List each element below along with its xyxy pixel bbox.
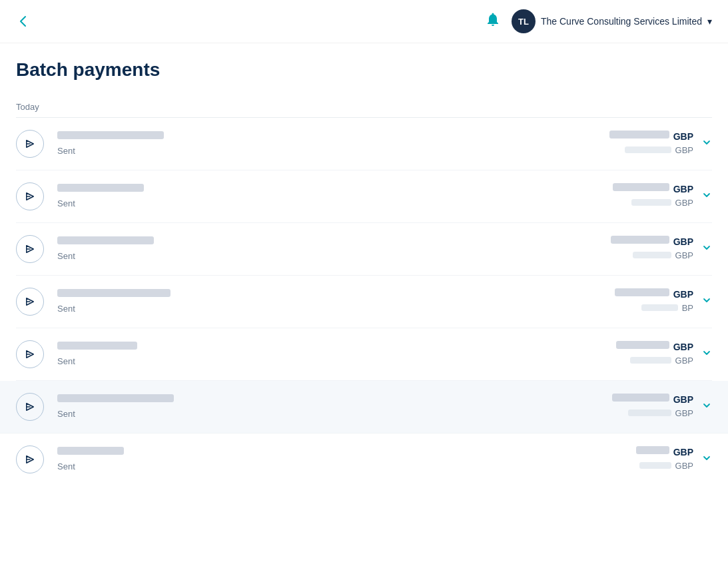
avatar: TL bbox=[512, 9, 536, 33]
payment-name-redacted bbox=[57, 131, 164, 139]
payment-info: Sent bbox=[57, 131, 609, 156]
list-item[interactable]: Sent GBP GBP bbox=[16, 223, 712, 276]
payment-info: Sent bbox=[57, 394, 612, 420]
payment-info: Sent bbox=[57, 236, 611, 262]
send-icon-wrapper bbox=[16, 130, 44, 158]
payment-name-redacted bbox=[57, 289, 171, 297]
currency-secondary: GBP bbox=[675, 198, 693, 208]
payment-status: Sent bbox=[57, 146, 75, 156]
payment-name-redacted bbox=[57, 236, 154, 244]
chevron-down-icon[interactable] bbox=[701, 453, 712, 466]
payment-status: Sent bbox=[57, 356, 75, 366]
section-today-label: Today bbox=[16, 102, 712, 112]
list-item[interactable]: Sent GBP GBP bbox=[16, 118, 712, 170]
amount-primary-row: GBP bbox=[611, 236, 693, 248]
back-button[interactable] bbox=[16, 14, 31, 29]
payment-name-redacted bbox=[57, 447, 124, 455]
amount-secondary-redacted bbox=[639, 462, 671, 469]
payment-status: Sent bbox=[57, 198, 75, 208]
payment-amounts: GBP GBP bbox=[616, 341, 693, 368]
payment-amount-wrapper: GBP GBP bbox=[616, 341, 712, 368]
payment-status: Sent bbox=[57, 409, 75, 419]
currency-primary: GBP bbox=[673, 131, 693, 142]
currency-secondary: GBP bbox=[675, 408, 693, 418]
payment-amount-wrapper: GBP GBP bbox=[613, 183, 712, 210]
send-icon bbox=[24, 243, 36, 255]
send-icon-wrapper bbox=[16, 340, 44, 368]
amount-primary-row: GBP bbox=[613, 183, 693, 195]
send-icon bbox=[24, 453, 36, 465]
amount-secondary-row: GBP bbox=[613, 198, 693, 208]
payment-info: Sent bbox=[57, 447, 636, 472]
currency-primary: GBP bbox=[673, 447, 693, 457]
payment-name-redacted bbox=[57, 342, 137, 350]
payment-amounts: GBP GBP bbox=[612, 394, 693, 421]
currency-primary: GBP bbox=[673, 184, 693, 194]
amount-secondary-redacted bbox=[633, 252, 671, 258]
chevron-down-icon[interactable]: ▾ bbox=[707, 16, 712, 27]
payment-info: Sent bbox=[57, 184, 613, 209]
payment-amount-wrapper: GBP GBP bbox=[636, 446, 712, 473]
header-left bbox=[16, 14, 31, 29]
currency-secondary: BP bbox=[682, 303, 693, 313]
amount-secondary-row: GBP bbox=[611, 250, 693, 260]
currency-secondary: GBP bbox=[675, 356, 693, 366]
amount-primary-redacted bbox=[615, 288, 669, 296]
send-icon-wrapper bbox=[16, 235, 44, 263]
amount-primary-redacted bbox=[616, 341, 669, 349]
currency-primary: GBP bbox=[673, 394, 693, 405]
send-icon bbox=[24, 190, 36, 202]
chevron-down-icon[interactable] bbox=[701, 400, 712, 414]
chevron-down-icon[interactable] bbox=[701, 295, 712, 308]
amount-secondary-redacted bbox=[641, 304, 678, 311]
payment-amounts: GBP GBP bbox=[611, 236, 693, 263]
list-item[interactable]: Sent GBP GBP bbox=[16, 170, 712, 223]
chevron-down-icon[interactable] bbox=[701, 190, 712, 203]
payment-amounts: GBP GBP bbox=[613, 183, 693, 210]
amount-primary-redacted bbox=[613, 183, 669, 191]
payment-name-redacted bbox=[57, 394, 174, 402]
amount-secondary-redacted bbox=[631, 199, 671, 206]
payment-amount-wrapper: GBP BP bbox=[615, 288, 712, 316]
send-icon bbox=[24, 401, 36, 413]
amount-primary-row: GBP bbox=[616, 341, 693, 353]
amount-secondary-row: BP bbox=[615, 303, 693, 313]
header: TL The Curve Consulting Services Limited… bbox=[0, 0, 728, 43]
list-item[interactable]: Sent GBP GBP bbox=[16, 328, 712, 381]
chevron-down-icon[interactable] bbox=[701, 348, 712, 361]
currency-primary: GBP bbox=[673, 342, 693, 352]
send-icon-wrapper bbox=[16, 182, 44, 210]
send-icon bbox=[24, 348, 36, 360]
amount-primary-redacted bbox=[612, 394, 669, 402]
chevron-down-icon[interactable] bbox=[701, 242, 712, 256]
payment-name-redacted bbox=[57, 184, 144, 192]
amount-primary-redacted bbox=[611, 236, 669, 244]
payment-amount-wrapper: GBP GBP bbox=[611, 236, 712, 263]
list-item[interactable]: Sent GBP GBP bbox=[16, 433, 712, 485]
amount-secondary-redacted bbox=[628, 410, 671, 416]
amount-secondary-row: GBP bbox=[616, 356, 693, 366]
list-item[interactable]: Sent GBP GBP bbox=[0, 381, 728, 433]
user-info[interactable]: TL The Curve Consulting Services Limited… bbox=[512, 9, 712, 33]
send-icon bbox=[24, 138, 36, 150]
currency-primary: GBP bbox=[673, 236, 693, 247]
send-icon-wrapper bbox=[16, 445, 44, 473]
amount-primary-redacted bbox=[609, 131, 669, 139]
payment-info: Sent bbox=[57, 342, 616, 367]
amount-primary-row: GBP bbox=[612, 394, 693, 406]
amount-primary-row: GBP bbox=[636, 446, 693, 458]
bell-icon[interactable] bbox=[485, 11, 501, 31]
amount-secondary-redacted bbox=[630, 357, 671, 364]
send-icon-wrapper bbox=[16, 393, 44, 421]
list-item[interactable]: Sent GBP BP bbox=[16, 276, 712, 328]
currency-secondary: GBP bbox=[675, 461, 693, 471]
payment-amount-wrapper: GBP GBP bbox=[609, 131, 712, 158]
amount-primary-row: GBP bbox=[609, 131, 693, 142]
payment-amount-wrapper: GBP GBP bbox=[612, 394, 712, 421]
amount-secondary-redacted bbox=[625, 146, 671, 153]
payment-list: Sent GBP GBP bbox=[16, 118, 712, 485]
chevron-down-icon[interactable] bbox=[701, 137, 712, 150]
company-name: The Curve Consulting Services Limited bbox=[541, 16, 702, 27]
send-icon-wrapper bbox=[16, 288, 44, 316]
amount-secondary-row: GBP bbox=[636, 461, 693, 471]
